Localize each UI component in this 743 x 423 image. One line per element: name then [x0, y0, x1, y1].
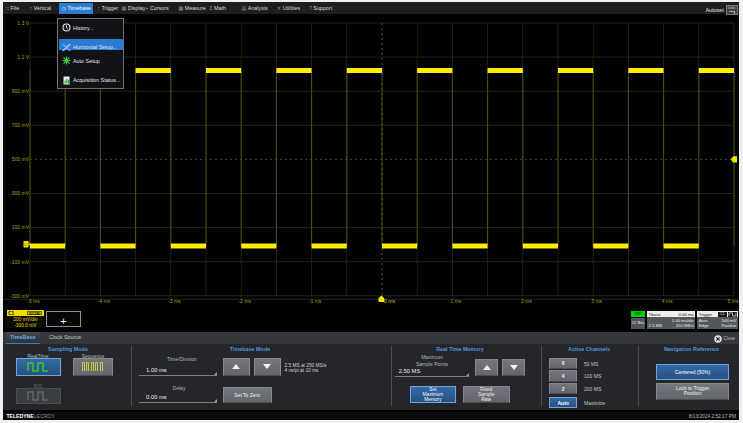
svg-text:300 mV: 300 mV	[12, 190, 30, 196]
svg-text:500 mV: 500 mV	[12, 156, 30, 162]
svg-text:-100 mV: -100 mV	[10, 259, 30, 265]
svg-text:-3 ms: -3 ms	[168, 298, 181, 304]
svg-text:-2 ms: -2 ms	[238, 298, 251, 304]
svg-text:0 ms: 0 ms	[384, 298, 395, 304]
svg-text:-5 ms: -5 ms	[27, 298, 40, 304]
svg-text:1.1 V: 1.1 V	[17, 54, 29, 60]
svg-text:4 ms: 4 ms	[662, 298, 673, 304]
svg-text:2 ms: 2 ms	[521, 298, 532, 304]
svg-text:700 mV: 700 mV	[12, 122, 30, 128]
svg-text:5 ms: 5 ms	[728, 298, 739, 304]
svg-text:3 ms: 3 ms	[591, 298, 602, 304]
svg-text:-4 ms: -4 ms	[98, 298, 111, 304]
svg-text:1 ms: 1 ms	[450, 298, 461, 304]
svg-text:-1 ms: -1 ms	[309, 298, 322, 304]
svg-text:C1: C1	[24, 242, 30, 247]
svg-text:900 mV: 900 mV	[12, 88, 30, 94]
svg-text:1.3 V: 1.3 V	[17, 20, 29, 26]
svg-text:100 mV: 100 mV	[12, 224, 30, 230]
